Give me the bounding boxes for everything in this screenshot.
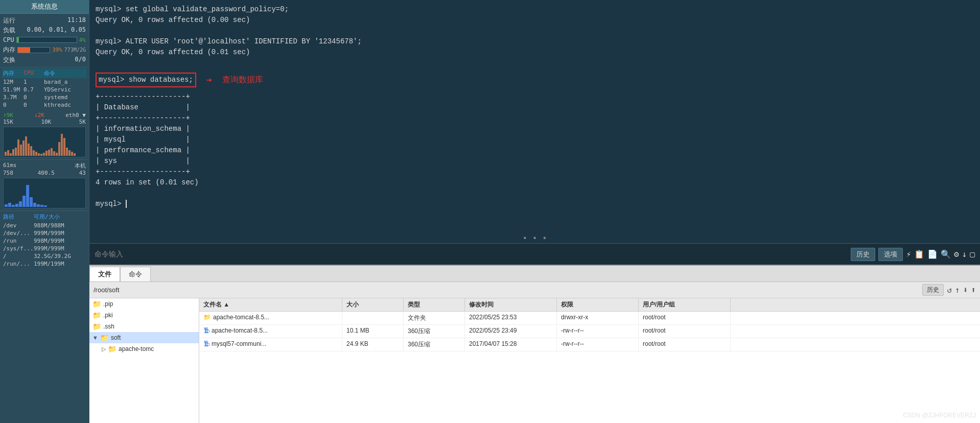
network-section: ↑9K ↓2K eth0 ▼ 15K 10K 5K	[0, 110, 89, 160]
disk-header: 路径 可用/大小	[3, 213, 86, 221]
folder-icon: 📁	[92, 322, 101, 331]
mem-value: 39%	[52, 46, 62, 53]
input-placeholder[interactable]: 命令输入	[95, 250, 847, 259]
terminal-line	[96, 26, 974, 36]
terminal-line: Query OK, 0 rows affected (0.01 sec)	[96, 47, 974, 58]
terminal-line: mysql> ALTER USER 'root'@'localhost' IDE…	[96, 36, 974, 47]
tab-command[interactable]: 命令	[120, 267, 151, 281]
annotated-command-row: mysql> show databases; ➜ 查询数据库	[96, 70, 974, 89]
watermark: CSDN @ZJHFOREVERZJ	[903, 412, 976, 419]
swap-row: 交换 0/0	[3, 55, 86, 65]
cpu-bar-fill	[17, 37, 19, 42]
net-bar	[7, 150, 9, 156]
list-item[interactable]: ▷ 📁 apache-tomc	[89, 343, 199, 355]
file-name: 📁apache-tomcat-8.5...	[199, 312, 342, 324]
file-list: 文件名 ▲ 大小 类型 修改时间 权限 用户/用户组 📁apache-tomca…	[199, 298, 980, 423]
list-item[interactable]: 📁 .pip	[89, 298, 199, 310]
table-row[interactable]: 🗜apache-tomcat-8.5... 10.1 MB 360压缩 2022…	[199, 325, 980, 338]
table-row: /run998M/999M	[3, 237, 86, 245]
net-speeds: 15K 10K 5K	[3, 119, 86, 125]
latency-bar	[40, 205, 43, 207]
col-type[interactable]: 类型	[404, 298, 465, 311]
file-size	[342, 312, 404, 324]
settings-icon[interactable]: ⚙	[954, 249, 959, 259]
list-item[interactable]: 📁 .ssh	[89, 321, 199, 332]
col-size[interactable]: 大小	[342, 298, 404, 311]
net-bar	[20, 145, 22, 156]
current-path: /root/soft	[94, 286, 919, 294]
sidebar-title: 系统信息	[0, 0, 89, 14]
file-perms: drwxr-xr-x	[557, 312, 639, 324]
copy-icon[interactable]: 📋	[914, 249, 924, 259]
terminal-line: | mysql |	[96, 134, 974, 145]
terminal-line	[96, 188, 974, 199]
terminal-prompt: mysql>	[96, 199, 974, 209]
net-down: ↓2K	[34, 112, 44, 119]
file-content: 📁 .pip 📁 .pki 📁 .ssh ▼ 📁 soft ▷	[89, 298, 980, 423]
file-size: 10.1 MB	[342, 325, 404, 338]
uptime-label: 运行	[3, 16, 15, 25]
table-row[interactable]: 🗜mysql57-communi... 24.9 KB 360压缩 2017/0…	[199, 338, 980, 351]
lightning-icon[interactable]: ⚡	[906, 249, 911, 259]
file-modified: 2022/05/25 23:53	[465, 312, 557, 324]
network-graph	[3, 127, 86, 157]
net-bar	[63, 138, 65, 156]
table-row: /sys/f...999M/999M	[3, 245, 86, 252]
terminal-line: Query OK, 0 rows affected (0.00 sec)	[96, 15, 974, 26]
archive-icon: 🗜	[203, 327, 209, 334]
mem-bar-row: 内存 39% 773M/2G	[3, 44, 86, 55]
maximize-icon[interactable]: ▢	[970, 249, 975, 259]
refresh-icon[interactable]: ↺	[947, 285, 952, 295]
table-row[interactable]: 📁apache-tomcat-8.5... 文件夹 2022/05/25 23:…	[199, 312, 980, 325]
latency-bar	[19, 201, 22, 207]
tree-item-label: .pip	[103, 300, 113, 308]
latency-bar	[30, 197, 33, 207]
net-bar	[66, 148, 68, 156]
tab-files[interactable]: 文件	[89, 267, 120, 281]
resize-handle[interactable]: • • •	[522, 234, 547, 243]
list-item[interactable]: 📁 .pki	[89, 310, 199, 321]
latency-bar	[12, 205, 15, 207]
tree-item-label: .pki	[103, 312, 113, 319]
list-item[interactable]: ▼ 📁 soft	[89, 332, 199, 343]
table-row: 00kthreadc	[2, 101, 87, 109]
terminal-area[interactable]: mysql> set global validate_password_poli…	[89, 0, 980, 243]
col-perms[interactable]: 权限	[557, 298, 639, 311]
mem-bar-fill	[18, 48, 30, 53]
expand-icon: ▷	[102, 346, 106, 353]
annotation-label: 查询数据库	[222, 75, 263, 85]
col-modified[interactable]: 修改时间	[465, 298, 557, 311]
file-type: 360压缩	[404, 338, 465, 351]
upload-file-icon[interactable]: ⬆	[971, 285, 976, 295]
cpu-bar-bg	[16, 37, 77, 43]
tree-item-label: .ssh	[103, 323, 114, 330]
history-button[interactable]: 历史	[851, 248, 875, 261]
net-bar	[53, 151, 55, 156]
tree-item-label: soft	[111, 334, 121, 341]
download-icon[interactable]: ↓	[962, 249, 967, 259]
col-filename[interactable]: 文件名 ▲	[199, 298, 342, 311]
latency-host: 本机	[75, 162, 86, 170]
folder-icon: 📁	[203, 314, 211, 321]
fm-history-button[interactable]: 历史	[922, 284, 944, 296]
table-row: /dev988M/988M	[3, 222, 86, 229]
col-owner[interactable]: 用户/用户组	[639, 298, 731, 311]
net-bar	[30, 146, 32, 156]
net-bar	[15, 148, 17, 156]
mem-bar-bg	[17, 47, 50, 53]
search-icon[interactable]: 🔍	[941, 249, 951, 259]
paste-icon[interactable]: 📄	[927, 249, 938, 259]
net-row: ↑9K ↓2K eth0 ▼	[3, 112, 86, 119]
file-owner: root/root	[639, 312, 731, 324]
net-bar	[45, 151, 48, 156]
latency-bar	[15, 204, 18, 207]
download-file-icon[interactable]: ⬇	[963, 285, 968, 295]
options-button[interactable]: 选项	[878, 248, 903, 261]
up-icon[interactable]: ↑	[955, 285, 960, 295]
net-bar	[68, 150, 71, 156]
cpu-label: CPU	[3, 36, 14, 43]
archive-icon: 🗜	[203, 340, 209, 347]
process-section: 内存 CPU 命令 12M1barad_a 51.9M0.7YDServic 3…	[0, 67, 89, 110]
file-toolbar: /root/soft 历史 ↺ ↑ ⬇ ⬆	[89, 282, 980, 298]
file-name: 🗜apache-tomcat-8.5...	[199, 325, 342, 338]
